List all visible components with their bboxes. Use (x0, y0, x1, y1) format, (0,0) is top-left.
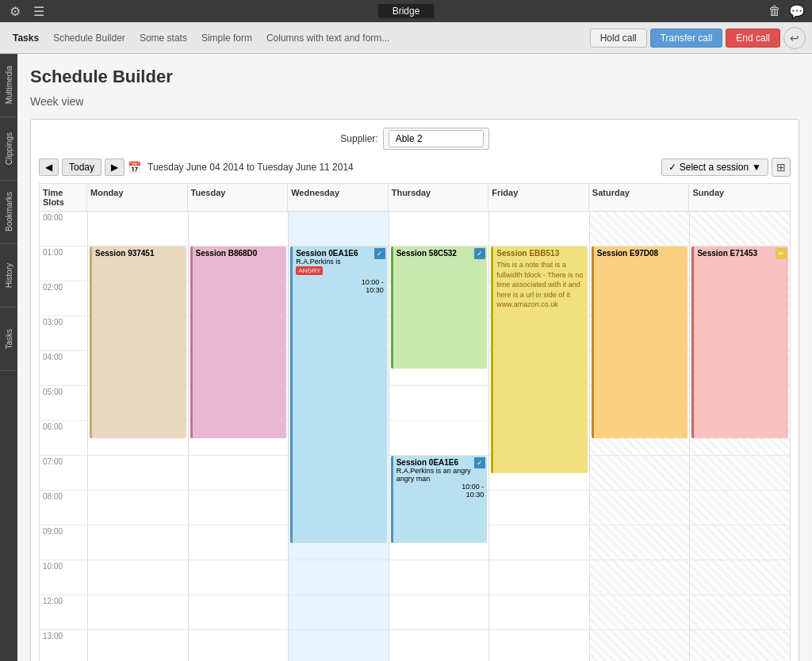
time-09: 09:00 (40, 525, 87, 560)
tab-simple-form[interactable]: Simple form (195, 29, 259, 47)
grid-body: 00:00 01:00 02:00 03:00 04:00 05:00 06:0… (40, 212, 790, 661)
session-e97d08[interactable]: Session E97D08 (592, 246, 688, 438)
nav-right: ✓ Select a session ▼ ⊞ (661, 158, 791, 177)
friday-col: Session EBB513 This is a note that is a … (488, 212, 589, 661)
check-icon-thu2: ✓ (474, 457, 485, 468)
calendar-grid: Time Slots Monday Tuesday Wednesday Thur… (39, 183, 791, 661)
date-range: Tuesday June 04 2014 to Tuesday June 11 … (147, 162, 354, 173)
calendar-icon[interactable]: 📅 (128, 161, 141, 174)
thursday-col: Session 58C532 ✓ Session 0EA1E6 R.A.Perk… (389, 212, 489, 661)
col-wednesday: Wednesday (288, 184, 389, 211)
session-937451[interactable]: Session 937451 (90, 246, 186, 438)
end-call-button[interactable]: End call (726, 29, 780, 48)
session-e71453[interactable]: Session E71453 ✏ (691, 246, 788, 438)
layout: Multimedia Clippings Bookmarks History T… (0, 54, 812, 661)
tuesday-col: Session B868D0 (188, 212, 289, 661)
trash-icon[interactable]: 🗑 (766, 2, 783, 20)
header-tabs: Tasks Schedule Builder Some stats Simple… (6, 29, 584, 47)
tab-columns[interactable]: Columns with text and form... (260, 29, 396, 47)
time-05: 05:00 (40, 386, 87, 421)
sidebar-item-bookmarks[interactable]: Bookmarks (0, 181, 17, 244)
next-button[interactable]: ▶ (105, 159, 124, 176)
time-08: 08:00 (40, 491, 87, 525)
header-actions: Hold call Transfer call End call ↩ (590, 27, 806, 49)
session-0ea1e6-thu[interactable]: Session 0EA1E6 R.A.Perkins is an angry a… (391, 456, 488, 543)
transfer-call-button[interactable]: Transfer call (650, 29, 723, 48)
calendar-container: Supplier: Able 2 ◀ Today ▶ 📅 Tuesday Jun… (30, 119, 799, 661)
main-content: Schedule Builder Week view Supplier: Abl… (17, 54, 812, 661)
gear-icon[interactable]: ⚙ (6, 2, 24, 20)
back-button[interactable]: ↩ (783, 27, 806, 49)
wednesday-col: Session 0EA1E6 R.A.Perkins is ANGRY 10:0… (288, 212, 389, 661)
sidebar-item-tasks[interactable]: Tasks (0, 308, 17, 371)
sidebar-item-clippings[interactable]: Clippings (0, 117, 17, 181)
col-monday: Monday (87, 184, 188, 211)
supplier-select[interactable]: Able 2 (389, 130, 484, 147)
col-sunday: Sunday (689, 184, 790, 211)
list-icon[interactable]: ☰ (30, 2, 48, 20)
session-0ea1e6-wed[interactable]: Session 0EA1E6 R.A.Perkins is ANGRY 10:0… (290, 246, 387, 543)
top-bar-right: 🗑 💬 (766, 2, 806, 20)
time-07: 07:00 (40, 456, 87, 491)
sidebar-item-history[interactable]: History (0, 244, 17, 308)
supplier-wrapper: Able 2 (383, 128, 489, 150)
prev-button[interactable]: ◀ (39, 159, 59, 176)
chat-icon[interactable]: 💬 (788, 2, 806, 20)
grid-header: Time Slots Monday Tuesday Wednesday Thur… (40, 184, 790, 212)
top-bar-left: ⚙ ☰ (6, 2, 48, 20)
session-ebb513[interactable]: Session EBB513 This is a note that is a … (491, 246, 588, 473)
page-title: Schedule Builder (30, 67, 799, 87)
sidebar-item-multimedia[interactable]: Multimedia (0, 54, 17, 117)
col-friday: Friday (488, 184, 589, 211)
tab-some-stats[interactable]: Some stats (133, 29, 193, 47)
nav-row: ◀ Today ▶ 📅 Tuesday June 04 2014 to Tues… (39, 158, 791, 177)
check-icon-wed: ✓ (374, 248, 385, 259)
tab-tasks[interactable]: Tasks (6, 29, 45, 47)
sunday-col: Session E71453 ✏ (689, 212, 790, 661)
session-select[interactable]: ✓ Select a session ▼ (661, 159, 768, 176)
col-saturday: Saturday (589, 184, 690, 211)
left-sidebar: Multimedia Clippings Bookmarks History T… (0, 54, 17, 661)
time-06: 06:00 (40, 421, 87, 456)
saturday-col: Session E97D08 (589, 212, 690, 661)
time-00: 00:00 (40, 212, 87, 246)
time-10: 10:00 (40, 560, 87, 595)
session-b868d0[interactable]: Session B868D0 (190, 246, 287, 438)
header-bar: Tasks Schedule Builder Some stats Simple… (0, 22, 812, 54)
tab-schedule-builder[interactable]: Schedule Builder (47, 29, 132, 47)
hold-call-button[interactable]: Hold call (590, 29, 647, 48)
supplier-row: Supplier: Able 2 (39, 128, 791, 150)
session-58c532[interactable]: Session 58C532 ✓ (391, 246, 488, 369)
col-timeslots: Time Slots (40, 184, 87, 211)
today-button[interactable]: Today (62, 159, 102, 176)
time-04: 04:00 (40, 351, 87, 386)
monday-col: Session 937451 (87, 212, 188, 661)
time-13: 13:00 (40, 630, 87, 661)
app-name: Bridge (378, 4, 435, 18)
time-01: 01:00 (40, 246, 87, 281)
time-column: 00:00 01:00 02:00 03:00 04:00 05:00 06:0… (40, 212, 87, 661)
week-view-label: Week view (30, 95, 799, 108)
supplier-label: Supplier: (340, 133, 377, 144)
check-icon-thu: ✓ (474, 248, 485, 259)
col-thursday: Thursday (389, 184, 489, 211)
time-02: 02:00 (40, 281, 87, 316)
pencil-icon-sun: ✏ (776, 248, 787, 259)
time-12: 12:00 (40, 595, 87, 630)
col-tuesday: Tuesday (188, 184, 289, 211)
top-bar: ⚙ ☰ Bridge 🗑 💬 (0, 0, 812, 22)
grid-view-icon[interactable]: ⊞ (772, 158, 791, 177)
time-03: 03:00 (40, 316, 87, 351)
